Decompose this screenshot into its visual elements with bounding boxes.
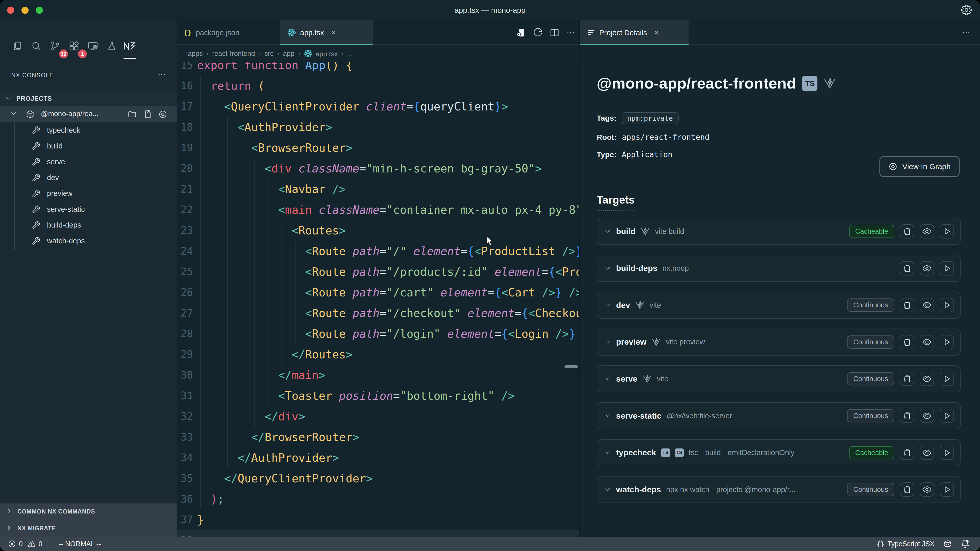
target-actions: Cacheable — [849, 446, 954, 460]
sidebar-item-watch-deps[interactable]: watch-deps — [0, 233, 177, 249]
activity-files-icon[interactable] — [8, 36, 27, 56]
copy-task-button[interactable] — [900, 483, 914, 497]
view-in-graph-button[interactable]: View In Graph — [880, 156, 959, 177]
run-task-button[interactable] — [940, 372, 954, 386]
target-name: build-deps — [616, 264, 657, 273]
chevron-down-icon[interactable] — [605, 302, 611, 308]
copy-task-button[interactable] — [900, 224, 914, 238]
copy-task-button[interactable] — [900, 261, 914, 275]
run-task-button[interactable] — [940, 261, 954, 275]
copy-task-button[interactable] — [900, 298, 914, 312]
sidebar-item-serve[interactable]: serve — [0, 154, 177, 170]
file-arrow-icon[interactable] — [143, 110, 152, 119]
breadcrumb-item[interactable]: apps — [188, 50, 203, 58]
code-editor[interactable]: 15export function App() {16 return (17 <… — [177, 62, 579, 537]
language-label: TypeScript JSX — [887, 540, 935, 548]
settings-gear-icon[interactable] — [961, 5, 972, 15]
breadcrumb-item[interactable]: src — [264, 50, 274, 58]
line-number: 37 — [177, 510, 193, 530]
wrench-icon — [32, 126, 40, 135]
split-editor-icon[interactable] — [550, 28, 559, 38]
wrench-icon — [32, 189, 40, 198]
target-card-dev[interactable]: devviteContinuous — [597, 292, 961, 319]
run-task-button[interactable] — [940, 483, 954, 497]
projects-section-header[interactable]: PROJECTS — [0, 92, 177, 106]
close-tab-icon[interactable]: × — [331, 28, 336, 38]
problems-indicator[interactable]: 0 0 — [8, 540, 42, 548]
sidebar-section-nx-migrate[interactable]: NX MIGRATE — [0, 520, 177, 537]
target-card-build[interactable]: buildvite buildCacheable — [597, 218, 961, 245]
line-number: 27 — [177, 303, 193, 324]
chevron-down-icon[interactable] — [605, 339, 611, 345]
view-task-button[interactable] — [920, 298, 934, 312]
view-task-button[interactable] — [920, 224, 934, 238]
view-task-button[interactable] — [920, 335, 934, 349]
breadcrumb-item[interactable]: react-frontend — [212, 50, 255, 58]
language-mode[interactable]: {} TypeScript JSX — [877, 540, 935, 548]
open-project-settings-icon[interactable] — [516, 28, 526, 38]
sidebar-panel-title: NX CONSOLE — [11, 72, 54, 79]
copy-task-button[interactable] — [900, 335, 914, 349]
chevron-down-icon[interactable] — [605, 375, 611, 382]
activity-extensions-icon[interactable]: 1 — [65, 36, 83, 56]
activity-beaker-icon[interactable] — [103, 36, 121, 56]
sidebar-item-preview[interactable]: preview — [0, 186, 177, 202]
sidebar-section-common-nx-commands[interactable]: COMMON NX COMMANDS — [0, 503, 177, 520]
target-card-serve-static[interactable]: serve-static@nx/web:file-serverContinuou… — [597, 402, 961, 429]
sidebar-more-icon[interactable]: ⋯ — [158, 69, 166, 79]
folder-icon[interactable] — [127, 110, 137, 119]
run-task-button[interactable] — [940, 335, 954, 349]
sidebar-item-build[interactable]: build — [0, 138, 177, 154]
sidebar-item-typecheck[interactable]: typecheck — [0, 122, 177, 138]
activity-source-control-icon[interactable]: 32 — [46, 36, 64, 56]
target-card-typecheck[interactable]: typecheckTSTStsc --build --emitDeclarati… — [597, 439, 961, 466]
breadcrumb-item[interactable]: app.tsx — [304, 49, 338, 58]
view-task-button[interactable] — [920, 483, 934, 497]
view-task-button[interactable] — [920, 261, 934, 275]
chevron-down-icon[interactable] — [605, 265, 611, 272]
target-card-build-deps[interactable]: build-depsnx:noop — [597, 255, 961, 282]
copy-task-button[interactable] — [900, 446, 914, 460]
chevron-down-icon[interactable] — [605, 413, 611, 419]
copy-task-button[interactable] — [900, 372, 914, 386]
copilot-icon[interactable] — [943, 539, 953, 549]
view-task-button[interactable] — [920, 409, 934, 423]
target-command: vite build — [655, 227, 684, 236]
run-task-button[interactable] — [940, 409, 954, 423]
type-label: Type: — [597, 150, 617, 159]
sidebar-item-build-deps[interactable]: build-deps — [0, 218, 177, 233]
view-task-icon — [922, 264, 932, 273]
breadcrumb-item[interactable]: app — [283, 50, 294, 58]
more-actions-icon[interactable]: ⋯ — [566, 28, 575, 38]
view-task-button[interactable] — [920, 446, 934, 460]
tab-app-tsx[interactable]: app.tsx × — [280, 21, 373, 45]
chevron-down-icon[interactable] — [605, 486, 611, 493]
refresh-icon[interactable] — [533, 28, 542, 38]
activity-search-icon[interactable] — [27, 36, 45, 56]
sidebar-project-row[interactable]: @mono-app/rea... — [0, 106, 177, 122]
sidebar-item-dev[interactable]: dev — [0, 170, 177, 186]
target-card-watch-deps[interactable]: watch-depsnpx nx watch --projects @mono-… — [597, 476, 961, 503]
run-task-button[interactable] — [940, 298, 954, 312]
tree-item-label: serve — [47, 158, 65, 166]
sidebar-item-serve-static[interactable]: serve-static — [0, 202, 177, 218]
tab-package-json[interactable]: {} package.json — [177, 21, 280, 45]
activity-remote-icon[interactable] — [84, 36, 102, 56]
target-icon[interactable] — [158, 110, 167, 119]
tab-project-details[interactable]: Project Details × — [580, 21, 689, 45]
copy-task-button[interactable] — [900, 409, 914, 423]
scrollbar-thumb[interactable] — [565, 365, 578, 368]
run-task-button[interactable] — [940, 446, 954, 460]
close-tab-icon[interactable]: × — [654, 28, 659, 38]
run-task-button[interactable] — [940, 224, 954, 238]
chevron-down-icon[interactable] — [605, 228, 611, 235]
panel-more-actions-icon[interactable]: ⋯ — [962, 27, 971, 37]
chevron-down-icon[interactable] — [605, 449, 611, 456]
bell-icon[interactable] — [961, 539, 970, 548]
view-task-button[interactable] — [920, 372, 934, 386]
activity-nx-icon[interactable] — [121, 36, 139, 56]
breadcrumb-item[interactable]: ... — [347, 50, 353, 58]
target-card-preview[interactable]: previewvite previewContinuous — [597, 329, 961, 356]
copy-task-icon — [903, 264, 912, 273]
target-card-serve[interactable]: serveviteContinuous — [597, 365, 961, 392]
